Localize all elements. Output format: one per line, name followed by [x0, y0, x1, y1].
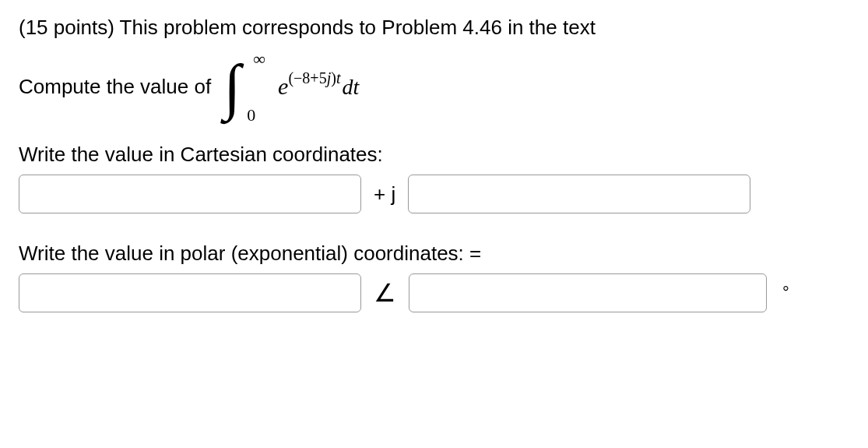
polar-answer-row: ∠ ° [19, 273, 849, 312]
degree-symbol: ° [782, 283, 789, 303]
polar-magnitude-input[interactable] [19, 273, 361, 312]
integral-lower-limit: 0 [247, 108, 255, 122]
compute-row: Compute the value of ∫ ∞ 0 e(−8+5j)tdt [19, 62, 849, 111]
polar-label: Write the value in polar (exponential) c… [19, 242, 849, 266]
integrand-base: e [278, 73, 288, 99]
integrand: e(−8+5j)tdt [278, 73, 359, 100]
cartesian-label: Write the value in Cartesian coordinates… [19, 143, 849, 167]
cartesian-answer-row: + j [19, 175, 849, 213]
integral-symbol: ∫ [223, 52, 241, 121]
integrand-dt: dt [342, 75, 359, 99]
integral-upper-limit: ∞ [253, 52, 265, 66]
cartesian-imag-input[interactable] [408, 175, 750, 213]
integrand-exponent: (−8+5j)t [288, 69, 340, 86]
compute-prefix: Compute the value of [19, 75, 211, 99]
integral-sign: ∫ ∞ 0 [223, 62, 241, 111]
angle-separator: ∠ [374, 278, 396, 308]
integral-expression: ∫ ∞ 0 e(−8+5j)tdt [223, 62, 359, 111]
problem-intro: (15 points) This problem corresponds to … [19, 16, 849, 40]
cartesian-separator: + j [374, 182, 395, 206]
polar-angle-input[interactable] [409, 273, 767, 312]
cartesian-real-input[interactable] [19, 175, 361, 213]
